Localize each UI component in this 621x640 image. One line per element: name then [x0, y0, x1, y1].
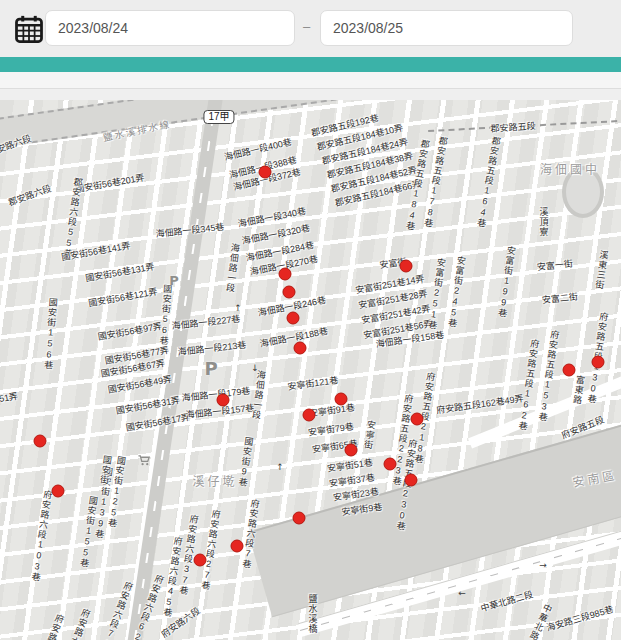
arrow-icon: ↑ — [276, 462, 284, 472]
map-marker[interactable] — [294, 342, 307, 355]
street-label: 海佃路一段320巷 — [241, 224, 310, 246]
street-label: 郡安路五段164巷 — [475, 135, 500, 228]
street-label: 安富一街 — [537, 260, 574, 273]
date-to-input[interactable] — [320, 10, 573, 46]
street-label: 海佃路一段 — [250, 370, 265, 421]
street-label: 國安街125巷 — [106, 455, 125, 529]
street-label: 郡安路五段192巷 — [310, 114, 379, 138]
street-label: 國安街56巷51弄 — [0, 392, 19, 412]
street-label: 安富街245巷 — [446, 255, 465, 329]
street-label: 國安街56巷 — [158, 284, 171, 346]
street-label: 國安街56巷67弄 — [100, 359, 166, 379]
header-map-gap — [0, 89, 621, 100]
street-label: 安富街251巷28弄 — [358, 289, 429, 310]
map-marker[interactable] — [217, 394, 230, 407]
street-label: 海佃路一段213巷 — [177, 341, 247, 357]
street-label: 國安街56巷131弄 — [85, 262, 156, 283]
map-marker[interactable] — [34, 435, 47, 448]
street-label: 安富街251巷42弄 — [361, 304, 432, 325]
street-label: 府安路六段27巷 — [200, 509, 220, 591]
street-label: 海佃路一段340巷 — [237, 207, 306, 229]
map-marker[interactable] — [259, 166, 272, 179]
map-marker[interactable] — [405, 474, 418, 487]
street-label: 府安路五段162巷49弄 — [436, 394, 524, 415]
street-label: 中華北路二段 — [480, 590, 534, 614]
street-label: 國安街56巷201弄 — [75, 173, 146, 194]
place-label: 溪仔墘 — [192, 476, 237, 488]
sub-header-strip — [0, 72, 621, 89]
date-from-input[interactable] — [45, 10, 295, 46]
map-marker[interactable] — [287, 312, 300, 325]
street-label: 安寧街121巷 — [287, 376, 339, 392]
street-label: 國安街9巷 — [237, 436, 253, 488]
street-label: 郡安路五段184巷38弄 — [326, 152, 414, 181]
street-label: 溪頂寮 — [539, 207, 548, 237]
teal-accent-bar — [0, 57, 621, 72]
street-label: 海安路三段985巷 — [546, 605, 615, 633]
map-marker[interactable] — [384, 458, 397, 471]
street-label: 郡安路五段184巷66弄 — [334, 180, 422, 209]
map-marker[interactable] — [283, 286, 296, 299]
map-marker[interactable] — [52, 485, 65, 498]
map-marker[interactable] — [293, 512, 306, 525]
street-label: 國安街56巷77弄 — [104, 346, 170, 366]
map-marker[interactable] — [400, 260, 413, 273]
map-marker[interactable] — [194, 554, 207, 567]
street-label: 郡安路五段184巷 — [404, 138, 429, 231]
map-marker[interactable] — [563, 364, 576, 377]
parking-icon: P — [169, 273, 179, 288]
street-label: 國安街56巷49弄 — [107, 375, 173, 395]
street-label: 海佃路一段157巷 — [185, 404, 255, 420]
street-label: 安富街251巷 — [426, 257, 445, 331]
street-label: 安寧街 — [362, 420, 375, 451]
street-label: 郡安路五段184巷52弄 — [330, 166, 418, 195]
street-label: 安寧街91巷 — [309, 403, 356, 418]
map-marker[interactable] — [345, 444, 358, 457]
arrow-icon: ↓ — [251, 363, 259, 373]
street-label: 郡安路六段 — [7, 184, 52, 208]
street-label: 溪東三街 — [594, 250, 608, 291]
street-label: 國安街56巷97弄 — [97, 322, 163, 342]
parking-icon: P — [204, 358, 217, 379]
street-label: 安富街251巷14弄 — [355, 274, 426, 295]
street-label: 國安街56巷121弄 — [88, 287, 159, 308]
arrow-icon: ↑ — [234, 303, 242, 313]
street-label: 安寧街51巷 — [327, 458, 374, 473]
map-marker[interactable] — [411, 413, 424, 426]
street-label: 安寧街79巷 — [308, 422, 355, 437]
street-label: 國安街56巷141弄 — [61, 241, 132, 262]
street-label: 安富二街 — [542, 293, 579, 306]
map-marker[interactable] — [592, 356, 605, 369]
street-label: 海佃路一段158巷 — [375, 331, 445, 350]
street-label: 國安街 — [98, 455, 111, 486]
school-track-shape — [562, 166, 604, 218]
street-label: 安富街199巷 — [496, 245, 515, 319]
street-label: 郡安路五段184巷24弄 — [321, 138, 409, 167]
street-label: 府安路六段 — [160, 606, 202, 639]
street-label: 海佃路一段284巷 — [245, 241, 314, 263]
street-label: 安寧街37巷 — [329, 473, 376, 488]
street-label: 府安路 — [46, 612, 65, 640]
arrow-icon: ← — [458, 588, 466, 598]
map-marker[interactable] — [231, 540, 244, 553]
map-marker[interactable] — [303, 409, 316, 422]
street-label: 國安街155巷 — [78, 495, 97, 569]
street-label: 府安路六段103巷 — [30, 489, 52, 582]
street-label: 府安路六段 — [65, 607, 91, 640]
street-label: 海佃路一段 — [224, 243, 239, 294]
street-label: 郡安路六段55巷 — [62, 177, 82, 259]
date-range-header: – — [0, 0, 621, 57]
street-label: 中華北路 — [527, 602, 552, 640]
date-range-separator: – — [303, 19, 310, 34]
street-label: 安富街251巷56弄 — [363, 319, 434, 340]
boundary-dashed-line — [428, 118, 621, 132]
street-label: 府安路六段45巷 — [162, 536, 182, 618]
map-marker[interactable] — [279, 268, 292, 281]
map-marker[interactable] — [335, 393, 348, 406]
street-label: 府安路六段71巷 — [97, 580, 134, 640]
map[interactable]: 鹽水溪排水線郡安路六段郡安路六段17甲國安街56巷201弄郡安路六段55巷國安街… — [0, 100, 621, 640]
calendar-icon — [14, 14, 44, 44]
street-label: 郡安路五段178巷 — [422, 135, 447, 228]
arrow-icon: → — [539, 560, 547, 570]
street-label: 海佃路一段400巷 — [223, 138, 292, 162]
